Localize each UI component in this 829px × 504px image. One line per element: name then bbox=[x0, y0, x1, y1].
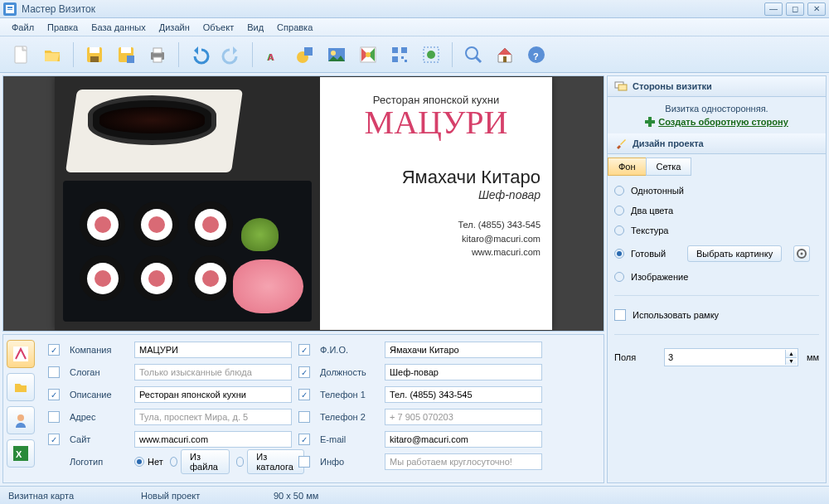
chk-company[interactable]: ✓ bbox=[48, 344, 60, 356]
input-fio[interactable] bbox=[385, 342, 542, 358]
card-brand: МАЦУРИ bbox=[332, 103, 541, 142]
card-phone: Тел. (4855) 343-545 bbox=[332, 218, 541, 232]
chk-phone2[interactable] bbox=[298, 411, 310, 423]
chk-fio[interactable]: ✓ bbox=[298, 344, 310, 356]
svg-rect-2 bbox=[7, 7, 12, 8]
lbl-site: Сайт bbox=[70, 434, 128, 444]
input-position[interactable] bbox=[385, 364, 542, 380]
chk-address[interactable] bbox=[48, 411, 60, 423]
chk-site[interactable]: ✓ bbox=[48, 434, 60, 445]
svg-rect-17 bbox=[304, 47, 313, 56]
field-tab-contact[interactable] bbox=[7, 406, 35, 434]
bg-opt-texture[interactable]: Текстура bbox=[614, 225, 819, 235]
svg-line-30 bbox=[476, 57, 481, 62]
status-dimensions: 90 x 50 мм bbox=[274, 491, 373, 501]
undo-button[interactable] bbox=[186, 41, 214, 69]
tab-bg[interactable]: Фон bbox=[608, 158, 647, 176]
input-site[interactable] bbox=[134, 431, 292, 448]
bg-opt-ready[interactable]: Готовый Выбрать картинку bbox=[614, 245, 819, 262]
open-button[interactable] bbox=[38, 41, 66, 69]
print-button[interactable] bbox=[143, 41, 172, 69]
minimize-button[interactable]: — bbox=[764, 2, 783, 16]
create-back-link[interactable]: Создать оборотную сторону bbox=[614, 117, 819, 127]
svg-rect-9 bbox=[121, 47, 131, 53]
margins-label: Поля bbox=[614, 352, 656, 362]
spin-up[interactable]: ▲ bbox=[785, 350, 797, 357]
input-phone1[interactable] bbox=[385, 386, 542, 403]
save-as-button[interactable] bbox=[112, 41, 140, 69]
svg-rect-12 bbox=[153, 48, 162, 53]
qrcode-button[interactable] bbox=[385, 41, 414, 69]
svg-rect-39 bbox=[618, 85, 627, 90]
field-tab-folder[interactable] bbox=[7, 373, 35, 401]
menu-edit[interactable]: Правка bbox=[41, 20, 85, 35]
svg-rect-24 bbox=[392, 56, 398, 62]
redo-button[interactable] bbox=[217, 41, 245, 69]
lbl-desc: Описание bbox=[70, 390, 128, 400]
chk-info[interactable] bbox=[298, 456, 310, 468]
input-phone2[interactable] bbox=[385, 409, 542, 425]
input-slogan[interactable] bbox=[134, 364, 292, 380]
logo-opt-file[interactable]: Из файла bbox=[170, 449, 230, 474]
menu-db[interactable]: База данных bbox=[85, 20, 153, 35]
svg-point-19 bbox=[331, 51, 336, 56]
app-icon bbox=[3, 2, 17, 16]
input-desc[interactable] bbox=[134, 386, 292, 403]
svg-text:?: ? bbox=[533, 51, 539, 61]
bg-opt-solid[interactable]: Однотонный bbox=[614, 186, 819, 196]
logo-opt-catalog[interactable]: Из каталога bbox=[236, 449, 305, 474]
lbl-fio: Ф.И.О. bbox=[320, 345, 378, 355]
canvas[interactable]: Ресторан японской кухни МАЦУРИ Ямахачи К… bbox=[2, 75, 604, 332]
menu-design[interactable]: Дизайн bbox=[153, 20, 196, 35]
lbl-slogan: Слоган bbox=[70, 367, 128, 377]
new-doc-button[interactable] bbox=[7, 41, 35, 69]
business-card[interactable]: Ресторан японской кухни МАЦУРИ Ямахачи К… bbox=[55, 77, 552, 330]
bg-opt-image[interactable]: Изображение bbox=[614, 272, 819, 282]
spin-down[interactable]: ▼ bbox=[785, 357, 797, 366]
logo-opt-none[interactable]: Нет bbox=[134, 457, 163, 467]
menu-object[interactable]: Объект bbox=[196, 20, 240, 35]
status-doc: Визитная карта bbox=[8, 491, 108, 501]
chk-position[interactable]: ✓ bbox=[298, 366, 310, 378]
zoom-button[interactable] bbox=[459, 41, 487, 69]
field-tab-excel[interactable]: X bbox=[7, 439, 35, 468]
card-image-area bbox=[55, 77, 320, 330]
svg-rect-23 bbox=[401, 47, 407, 53]
svg-point-43 bbox=[801, 253, 803, 255]
sides-icon bbox=[614, 80, 628, 93]
use-frame-checkbox[interactable]: Использовать рамку bbox=[614, 309, 819, 321]
svg-rect-26 bbox=[405, 60, 407, 62]
chk-desc[interactable]: ✓ bbox=[48, 389, 60, 400]
status-project: Новый проект bbox=[141, 491, 240, 501]
menu-file[interactable]: Файл bbox=[5, 20, 41, 35]
svg-point-29 bbox=[466, 47, 478, 59]
lbl-info: Инфо bbox=[320, 457, 378, 467]
maximize-button[interactable]: ◻ bbox=[786, 2, 804, 16]
field-tab-text[interactable] bbox=[7, 340, 35, 368]
input-address[interactable] bbox=[134, 409, 292, 425]
text-button[interactable]: AA bbox=[259, 41, 288, 69]
sides-info: Визитка односторонняя. bbox=[614, 104, 819, 114]
input-email[interactable] bbox=[385, 431, 542, 448]
chk-phone1[interactable]: ✓ bbox=[298, 389, 310, 400]
home-button[interactable] bbox=[491, 41, 519, 69]
help-button[interactable]: ? bbox=[522, 41, 550, 69]
image-button[interactable] bbox=[322, 41, 351, 69]
clipart-button[interactable] bbox=[417, 41, 445, 69]
save-button[interactable] bbox=[80, 41, 109, 69]
chk-slogan[interactable] bbox=[48, 366, 60, 378]
chk-email[interactable]: ✓ bbox=[298, 434, 310, 445]
plus-icon bbox=[645, 117, 655, 127]
input-company[interactable] bbox=[134, 342, 292, 358]
close-button[interactable]: ✕ bbox=[807, 2, 826, 16]
shape-button[interactable] bbox=[291, 41, 319, 69]
map-button[interactable] bbox=[354, 41, 382, 69]
bg-opt-two[interactable]: Два цвета bbox=[614, 206, 819, 216]
tab-grid[interactable]: Сетка bbox=[646, 158, 692, 176]
choose-picture-button[interactable]: Выбрать картинку bbox=[687, 245, 782, 262]
menu-help[interactable]: Справка bbox=[270, 20, 319, 35]
gear-icon[interactable] bbox=[793, 245, 810, 262]
menu-view[interactable]: Вид bbox=[240, 20, 270, 35]
input-info[interactable] bbox=[385, 453, 542, 470]
margins-spinner[interactable]: 3 ▲▼ bbox=[664, 348, 798, 366]
